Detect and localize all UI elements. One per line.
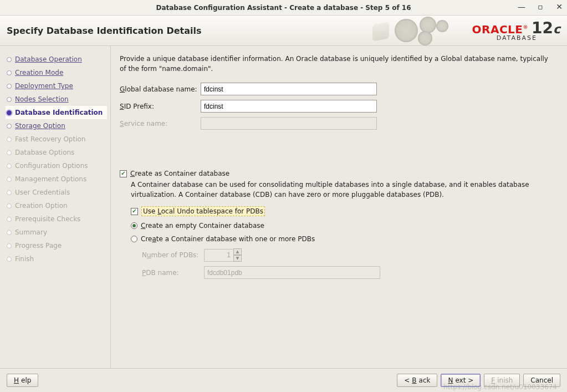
cancel-button[interactable]: Cancel: [523, 374, 560, 387]
step-deployment-type[interactable]: Deployment Type: [6, 79, 107, 93]
step-label: Database Options: [15, 149, 74, 156]
steps-sidebar: Database OperationCreation ModeDeploymen…: [0, 46, 111, 368]
global-db-name-row: Global database name:: [120, 83, 556, 95]
step-label: Summary: [15, 228, 47, 236]
num-pdbs-spinner: ▲ ▼: [233, 248, 242, 262]
step-dot-icon: [7, 70, 12, 75]
next-button[interactable]: Next >: [441, 374, 481, 387]
step-database-operation[interactable]: Database Operation: [6, 53, 107, 66]
spinner-down-icon: ▼: [233, 255, 242, 262]
sid-prefix-row: SID Prefix:: [120, 100, 556, 113]
empty-container-row[interactable]: Create an empty Container database: [131, 222, 556, 230]
step-dot-icon: [7, 110, 12, 115]
step-dot-icon: [7, 217, 12, 222]
footer-bar: Help < Back Next > Finish Cancel: [0, 369, 567, 392]
step-user-credentials: User Credentials: [6, 186, 107, 199]
container-description: A Container database can be used for con…: [131, 180, 556, 200]
step-creation-option: Creation Option: [6, 199, 107, 212]
pdb-name-label: PDB name:: [142, 269, 204, 277]
titlebar: Database Configuration Assistant - Creat…: [0, 0, 567, 16]
service-name-row: Service name:: [120, 117, 556, 130]
header-strip: Specify Database Identification Details …: [0, 16, 567, 46]
global-db-name-input[interactable]: [201, 83, 377, 95]
step-management-options: Management Options: [6, 172, 107, 186]
pdb-name-input: [204, 266, 380, 279]
step-label: Storage Option: [15, 122, 65, 130]
minimize-icon[interactable]: —: [517, 2, 526, 11]
step-dot-icon: [7, 177, 12, 182]
step-label: Progress Page: [15, 242, 62, 250]
step-dot-icon: [7, 137, 12, 142]
service-name-input: [201, 117, 377, 130]
finish-button: Finish: [484, 374, 520, 387]
intro-text: Provide a unique database identifier inf…: [120, 54, 556, 74]
step-dot-icon: [7, 124, 12, 129]
step-nodes-selection[interactable]: Nodes Selection: [6, 93, 107, 106]
pdb-name-row: PDB name:: [142, 266, 556, 279]
window-title: Database Configuration Assistant - Creat…: [156, 4, 411, 12]
sid-prefix-input[interactable]: [201, 100, 377, 113]
with-pdbs-radio[interactable]: [131, 236, 137, 242]
maximize-icon[interactable]: ▫: [536, 2, 545, 11]
with-pdbs-row[interactable]: Create a Container database with one or …: [131, 235, 556, 243]
spinner-up-icon: ▲: [233, 248, 242, 255]
back-button[interactable]: < Back: [397, 374, 437, 387]
step-label: Finish: [15, 255, 34, 263]
step-dot-icon: [7, 230, 12, 235]
local-undo-row[interactable]: Use Local Undo tablespace for PDBs: [131, 206, 556, 216]
step-label: Database Operation: [15, 55, 82, 63]
wizard-window: Database Configuration Assistant - Creat…: [0, 0, 567, 392]
service-name-label: Service name:: [120, 120, 201, 128]
create-container-label: Create as Container database: [130, 170, 229, 177]
step-storage-option[interactable]: Storage Option: [6, 119, 107, 133]
empty-container-radio[interactable]: [131, 222, 137, 229]
wizard-body: Database OperationCreation ModeDeploymen…: [0, 46, 567, 369]
step-label: Configuration Options: [15, 162, 88, 170]
step-dot-icon: [7, 57, 12, 62]
global-db-name-label: Global database name:: [120, 85, 201, 93]
sid-prefix-label: SID Prefix:: [120, 103, 201, 110]
main-panel: Provide a unique database identifier inf…: [111, 46, 567, 368]
step-dot-icon: [7, 190, 12, 195]
step-label: Prerequisite Checks: [15, 215, 80, 223]
gears-decoration: [389, 16, 467, 46]
step-prerequisite-checks: Prerequisite Checks: [6, 212, 107, 226]
step-progress-page: Progress Page: [6, 239, 107, 252]
local-undo-label: Use Local Undo tablespace for PDBs: [141, 206, 265, 216]
create-container-row[interactable]: Create as Container database: [120, 170, 556, 177]
step-dot-icon: [7, 164, 12, 169]
empty-container-label: Create an empty Container database: [141, 222, 264, 230]
step-database-options: Database Options: [6, 146, 107, 159]
step-configuration-options: Configuration Options: [6, 159, 107, 172]
step-label: User Credentials: [15, 189, 70, 196]
with-pdbs-label: Create a Container database with one or …: [141, 235, 315, 243]
num-pdbs-row: Number of PDBs: ▲ ▼: [142, 248, 556, 262]
step-creation-mode[interactable]: Creation Mode: [6, 66, 107, 79]
step-label: Fast Recovery Option: [15, 135, 85, 143]
header-graphics: ORACLE® 12c DATABASE: [389, 16, 560, 46]
num-pdbs-label: Number of PDBs:: [142, 251, 204, 259]
step-dot-icon: [7, 243, 12, 248]
step-label: Creation Option: [15, 202, 68, 210]
step-summary: Summary: [6, 226, 107, 239]
step-label: Management Options: [15, 175, 86, 183]
step-label: Deployment Type: [15, 82, 73, 90]
step-dot-icon: [7, 84, 12, 89]
step-dot-icon: [7, 203, 12, 208]
step-dot-icon: [7, 150, 12, 155]
num-pdbs-input: [204, 249, 234, 262]
help-button[interactable]: Help: [7, 374, 38, 387]
oracle-logo: ORACLE® 12c DATABASE: [472, 21, 560, 41]
step-label: Database Identification: [15, 109, 103, 116]
step-label: Nodes Selection: [15, 95, 69, 103]
local-undo-checkbox[interactable]: [131, 208, 138, 215]
step-fast-recovery-option: Fast Recovery Option: [6, 133, 107, 146]
step-database-identification[interactable]: Database Identification: [6, 106, 107, 119]
create-container-checkbox[interactable]: [120, 170, 127, 177]
step-dot-icon: [7, 97, 12, 102]
step-dot-icon: [7, 257, 12, 262]
window-controls: — ▫ ✕: [517, 2, 564, 11]
step-finish: Finish: [6, 252, 107, 266]
close-icon[interactable]: ✕: [555, 2, 564, 11]
page-title: Specify Database Identification Details: [7, 26, 202, 36]
